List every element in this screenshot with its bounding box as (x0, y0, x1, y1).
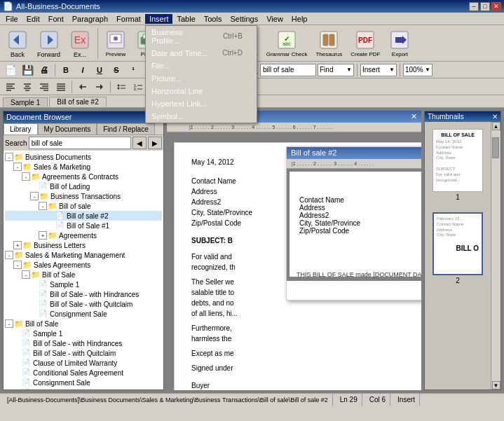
tree-expander[interactable]: - (5, 153, 13, 161)
doc-tab-find-replace[interactable]: Find / Replace (97, 123, 154, 134)
menu-insert[interactable]: Insert Business Profile... Ctrl+B Date a… (145, 14, 173, 24)
exit-button[interactable]: Ex Ex... (65, 27, 95, 60)
tab-sample1[interactable]: Sample 1 (3, 97, 48, 107)
tree-expander[interactable]: - (22, 270, 30, 279)
forward-button[interactable]: Forward (34, 27, 64, 60)
tree-agreements-folder[interactable]: + 📁 Agreements (5, 230, 162, 240)
menu-date-time[interactable]: Date and Time... Ctrl+D (146, 47, 257, 60)
new-button[interactable]: 📄 (3, 63, 18, 77)
tree-sales-mgmt[interactable]: - 📁 Sales & Marketing Management (5, 250, 162, 260)
close-button[interactable]: ✕ (491, 2, 501, 11)
tree-bill-hindrances-b[interactable]: 📄 Bill of Sale - with Hindrances (5, 338, 162, 348)
menu-table[interactable]: Table (172, 14, 199, 24)
preview-button[interactable]: Preview (101, 27, 130, 60)
tree-expander[interactable]: + (39, 231, 47, 240)
tree-rejected-return[interactable]: 📄 Instructions for Rejected Good Return (5, 387, 162, 389)
tree-expander[interactable]: - (39, 202, 47, 210)
tree-expander[interactable]: - (5, 319, 13, 328)
tree-bill-sale-2[interactable]: 📄 Bill of sale #2 (5, 211, 162, 221)
tree-conditional-sales[interactable]: 📄 Conditional Sales Agreement (5, 368, 162, 378)
tree-biz-transactions[interactable]: - 📁 Business Transactions (5, 191, 162, 201)
minimize-button[interactable]: – (469, 2, 479, 11)
scroll-up-btn[interactable]: ▲ (492, 122, 500, 130)
tree-expander[interactable]: - (22, 172, 30, 181)
menu-file-insert[interactable]: File... (146, 60, 257, 72)
tree-consignment[interactable]: 📄 Consignment Sale (5, 309, 162, 319)
menu-paragraph[interactable]: Paragraph (68, 14, 112, 24)
zoom-combo[interactable]: 100% ▼ (403, 64, 433, 76)
tree-biz-letters[interactable]: + 📁 Business Letters (5, 240, 162, 250)
scroll-thumb[interactable] (492, 137, 499, 158)
tab-bill-of-sale-2[interactable]: Bill of sale #2 (49, 97, 106, 107)
menu-edit[interactable]: Edit (22, 14, 44, 24)
insert-combo[interactable]: Insert ▼ (360, 64, 397, 76)
tree-agreements[interactable]: - 📁 Agreements & Contracts (5, 172, 162, 181)
bullets-button[interactable] (114, 80, 129, 94)
tree-bill-sale-folder[interactable]: - 📁 Bill of sale (5, 201, 162, 211)
save-button[interactable]: 💾 (20, 63, 35, 77)
search-prev-button[interactable]: ◀ (132, 137, 147, 149)
tree-business-docs[interactable]: - 📁 Business Documents (5, 152, 162, 162)
tree-bill-quitclaim-b[interactable]: 📄 Bill of Sale - with Quitclaim (5, 348, 162, 358)
bold-button[interactable]: B (58, 63, 74, 77)
align-left-button[interactable] (3, 80, 18, 94)
tree-sample1[interactable]: 📄 Sample 1 (5, 279, 162, 289)
menu-format[interactable]: Format (112, 14, 145, 24)
tree-sales-agreements[interactable]: - 📁 Sales Agreements (5, 260, 162, 270)
tree-expander[interactable]: - (13, 163, 22, 171)
strikethrough-button[interactable]: S (109, 63, 124, 77)
tree-expander[interactable]: - (5, 251, 13, 259)
align-center-button[interactable] (20, 80, 35, 94)
justify-button[interactable] (53, 80, 69, 94)
print-small-button[interactable]: 🖨 (36, 63, 52, 77)
tree-bill-sale-main[interactable]: - 📁 Bill of Sale (5, 270, 162, 279)
superscript-button[interactable]: ¹ (125, 63, 141, 77)
tree-bill-hindrances[interactable]: 📄 Bill of Sale - with Hindrances (5, 289, 162, 299)
tree-bill-lading[interactable]: 📄 Bill of Lading (5, 181, 162, 191)
tree-sales-marketing[interactable]: - 📁 Sales & Marketing (5, 162, 162, 172)
thumbnail-scrollbar[interactable]: ▲ ▼ (491, 122, 500, 389)
thumb-page-1[interactable]: BILL OF SALE May 14, 2012 Contact Name A… (433, 129, 483, 201)
search-next-button[interactable]: ▶ (148, 137, 162, 149)
grammar-button[interactable]: ✓abc Grammar Check (263, 27, 311, 60)
tree-expander[interactable]: + (13, 241, 22, 249)
thesaurus-button[interactable]: Thesaurus (312, 27, 346, 60)
tree-consignment-b[interactable]: 📄 Consignment Sale (5, 378, 162, 387)
italic-button[interactable]: I (75, 63, 90, 77)
menu-font[interactable]: Font (44, 14, 68, 24)
doc-tab-library[interactable]: Library (4, 123, 38, 134)
tree-limited-warranty[interactable]: 📄 Clause of Limited Warranty (5, 358, 162, 368)
menu-picture[interactable]: Picture... (146, 72, 257, 85)
menu-horizontal-line[interactable]: Horizontal Line (146, 85, 257, 97)
menu-settings[interactable]: Settings (226, 14, 262, 24)
export-button[interactable]: Export (385, 27, 414, 60)
indent-less-button[interactable] (75, 80, 90, 94)
menu-symbol[interactable]: Symbol... (146, 110, 257, 123)
find-dropdown[interactable]: Find ▼ (318, 64, 354, 76)
menu-help[interactable]: Help (287, 14, 312, 24)
menu-business-profile[interactable]: Business Profile... Ctrl+B (146, 26, 257, 47)
underline-button[interactable]: U (92, 63, 107, 77)
menu-tools[interactable]: Tools (200, 14, 226, 24)
tree-bill-sale-group2[interactable]: - 📁 Bill of Sale (5, 319, 162, 329)
thumb-page-2[interactable]: February 22... Contact Name Address City… (433, 212, 483, 284)
tree-bill-sale-1[interactable]: 📄 Bill of Sale #1 (5, 221, 162, 230)
tree-expander[interactable]: - (13, 261, 22, 269)
find-input[interactable] (260, 64, 316, 76)
back-button[interactable]: Back (3, 27, 32, 60)
create-pdf-button[interactable]: PDF Create PDF (347, 27, 383, 60)
tree-sample1-b[interactable]: 📄 Sample 1 (5, 329, 162, 338)
tree-bill-quitclaim[interactable]: 📄 Bill of Sale - with Quitclaim (5, 299, 162, 309)
menu-view[interactable]: View (262, 14, 287, 24)
scroll-down-btn[interactable]: ▼ (492, 381, 500, 389)
tree-expander[interactable]: - (30, 192, 39, 200)
doc-browser-search-input[interactable] (29, 137, 131, 149)
indent-more-button[interactable] (92, 80, 107, 94)
menu-hypertext-link[interactable]: Hypertext Link... (146, 97, 257, 110)
menu-file[interactable]: File (1, 14, 22, 24)
numbering-button[interactable]: 1.2. (130, 80, 146, 94)
align-right-button[interactable] (36, 80, 52, 94)
maximize-button[interactable]: □ (480, 2, 490, 11)
thumbnails-close[interactable]: ✕ (492, 113, 498, 120)
sample1-close[interactable]: ✕ (411, 112, 417, 121)
